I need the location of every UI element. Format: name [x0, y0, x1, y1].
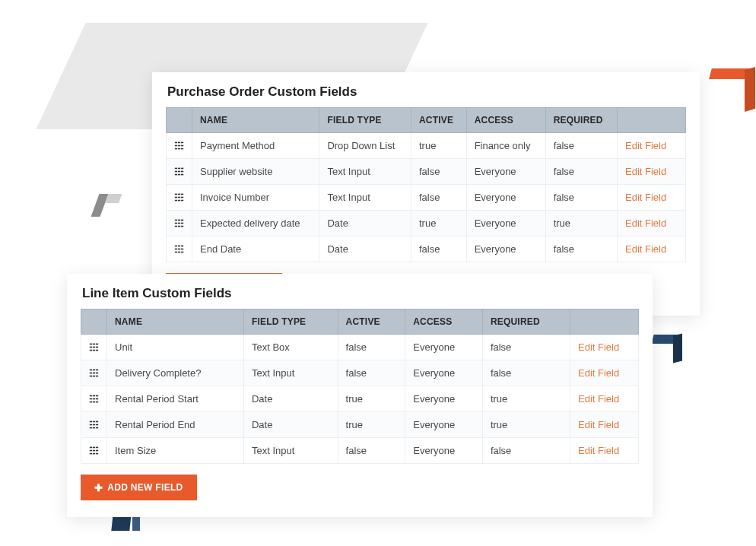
- svg-rect-56: [96, 370, 98, 371]
- drag-handle[interactable]: [81, 335, 107, 360]
- drag-handle-icon[interactable]: [89, 342, 99, 352]
- svg-rect-38: [181, 246, 183, 247]
- drag-handle-icon[interactable]: [89, 368, 99, 378]
- drag-handle[interactable]: [167, 236, 192, 262]
- svg-rect-85: [93, 450, 95, 452]
- svg-rect-58: [93, 373, 95, 374]
- cell-active: false: [338, 360, 405, 386]
- col-actions: [570, 310, 639, 335]
- svg-rect-54: [90, 370, 92, 371]
- drag-handle[interactable]: [167, 159, 192, 185]
- cell-required: false: [545, 159, 617, 185]
- table-row: Rental Period EndDatetrueEveryonetrueEdi…: [81, 412, 639, 438]
- svg-rect-87: [90, 453, 92, 455]
- edit-field-link[interactable]: Edit Field: [618, 159, 686, 185]
- col-drag: [167, 108, 192, 133]
- plus-icon: ✚: [94, 483, 103, 493]
- svg-rect-46: [93, 344, 95, 345]
- edit-field-link[interactable]: Edit Field: [570, 360, 639, 386]
- svg-rect-67: [93, 398, 95, 400]
- cell-name: End Date: [192, 236, 319, 262]
- table-row: Supplier websiteText InputfalseEveryonef…: [167, 159, 686, 185]
- svg-rect-2: [181, 142, 183, 144]
- edit-field-link[interactable]: Edit Field: [570, 335, 639, 360]
- drag-handle[interactable]: [167, 211, 192, 236]
- svg-rect-34: [178, 226, 180, 227]
- svg-rect-74: [96, 421, 98, 423]
- edit-field-link[interactable]: Edit Field: [570, 412, 639, 438]
- drag-handle-icon[interactable]: [89, 446, 99, 456]
- svg-rect-12: [175, 171, 177, 173]
- svg-rect-75: [90, 424, 92, 426]
- col-access: ACCESS: [466, 108, 545, 133]
- table-row: Payment MethodDrop Down ListtrueFinance …: [167, 133, 686, 159]
- svg-rect-53: [96, 350, 98, 351]
- svg-rect-48: [90, 347, 92, 348]
- edit-field-link[interactable]: Edit Field: [618, 211, 686, 236]
- drag-handle[interactable]: [167, 133, 192, 159]
- svg-rect-0: [175, 142, 177, 144]
- svg-rect-86: [96, 450, 98, 452]
- svg-rect-35: [181, 226, 183, 227]
- svg-rect-60: [90, 376, 92, 377]
- drag-handle-icon[interactable]: [174, 192, 184, 202]
- drag-handle[interactable]: [167, 185, 192, 211]
- svg-rect-37: [178, 246, 180, 247]
- drag-handle[interactable]: [81, 360, 107, 386]
- col-field-type: FIELD TYPE: [319, 108, 411, 133]
- decor-shape-orange: [710, 68, 752, 110]
- svg-rect-40: [178, 249, 180, 250]
- svg-rect-11: [181, 168, 183, 170]
- cell-name: Rental Period Start: [107, 386, 244, 412]
- svg-rect-89: [96, 453, 98, 455]
- svg-rect-18: [175, 194, 177, 195]
- cell-required: false: [482, 360, 570, 386]
- svg-rect-47: [96, 344, 98, 345]
- cell-field-type: Date: [319, 211, 411, 236]
- drag-handle-icon[interactable]: [174, 167, 184, 176]
- svg-rect-69: [90, 402, 92, 403]
- svg-rect-26: [181, 200, 183, 202]
- svg-rect-88: [93, 453, 95, 455]
- drag-handle[interactable]: [81, 412, 107, 438]
- edit-field-link[interactable]: Edit Field: [570, 438, 639, 464]
- edit-field-link[interactable]: Edit Field: [618, 133, 686, 159]
- col-name: NAME: [192, 108, 319, 133]
- drag-handle-icon[interactable]: [174, 141, 184, 151]
- drag-handle-icon[interactable]: [89, 420, 99, 430]
- cell-active: false: [338, 335, 405, 360]
- edit-field-link[interactable]: Edit Field: [618, 236, 686, 262]
- svg-rect-45: [90, 344, 92, 345]
- col-required: REQUIRED: [545, 108, 617, 133]
- cell-access: Everyone: [405, 438, 483, 464]
- col-active: ACTIVE: [338, 310, 405, 335]
- cell-required: true: [482, 386, 570, 412]
- li-table-body: UnitText BoxfalseEveryonefalseEdit Field…: [81, 335, 639, 464]
- svg-rect-8: [181, 148, 183, 150]
- edit-field-link[interactable]: Edit Field: [618, 185, 686, 211]
- cell-active: false: [411, 159, 467, 185]
- add-btn-label: ADD NEW FIELD: [107, 482, 183, 493]
- edit-field-link[interactable]: Edit Field: [570, 386, 639, 412]
- cell-name: Rental Period End: [107, 412, 244, 438]
- cell-name: Invoice Number: [192, 185, 319, 211]
- drag-handle[interactable]: [81, 386, 107, 412]
- drag-handle-icon[interactable]: [174, 244, 184, 254]
- col-access: ACCESS: [405, 310, 483, 335]
- svg-rect-31: [178, 223, 180, 224]
- cell-field-type: Text Input: [319, 185, 411, 211]
- svg-rect-4: [178, 145, 180, 147]
- svg-rect-70: [93, 402, 95, 403]
- decor-shape-grey-arrow: [91, 194, 122, 217]
- table-row: Expected delivery dateDatetrueEveryonetr…: [167, 211, 686, 236]
- drag-handle-icon[interactable]: [174, 218, 184, 228]
- svg-rect-43: [178, 252, 180, 253]
- add-new-field-button[interactable]: ✚ ADD NEW FIELD: [81, 475, 197, 500]
- cell-access: Everyone: [405, 335, 483, 360]
- drag-handle[interactable]: [81, 438, 107, 464]
- svg-rect-32: [181, 223, 183, 224]
- table-row: Item SizeText InputfalseEveryonefalseEdi…: [81, 438, 639, 464]
- svg-rect-15: [175, 174, 177, 176]
- cell-active: true: [411, 133, 467, 159]
- drag-handle-icon[interactable]: [89, 394, 99, 404]
